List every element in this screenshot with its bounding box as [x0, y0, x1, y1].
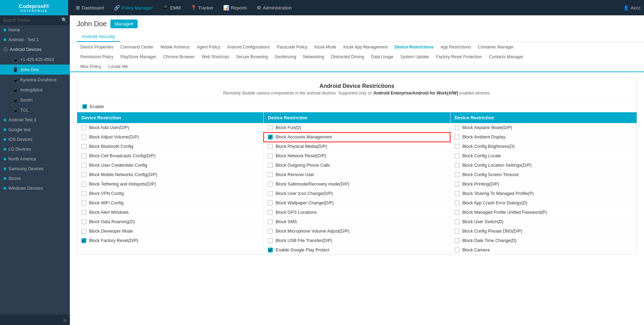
sidebar-item-android-devices[interactable]: + Android Devices — [0, 45, 70, 54]
block-config-location-checkbox[interactable] — [455, 163, 460, 168]
nav-administration[interactable]: ⚙ Administration — [253, 3, 296, 13]
sub-tab-distracted-driving[interactable]: Distracted Driving — [328, 52, 368, 62]
block-date-time-change-checkbox[interactable] — [455, 238, 460, 243]
sub-tab-misc-policy[interactable]: Misc Policy — [77, 62, 105, 71]
block-config-screen-timeout-checkbox[interactable] — [455, 172, 460, 177]
sub-tab-web-shortcuts[interactable]: Web Shortcuts — [198, 52, 232, 62]
sidebar-item-sonim[interactable]: 📱 Sonim — [0, 95, 70, 105]
sub-tab-container-manager[interactable]: Container Manager — [475, 42, 518, 52]
block-developer-mode-checkbox[interactable] — [81, 229, 86, 234]
block-network-reset-checkbox[interactable] — [268, 153, 273, 158]
sub-tab-device-restrictions[interactable]: Device Restrictions — [391, 42, 437, 52]
block-remove-user-checkbox[interactable] — [268, 172, 273, 177]
sidebar-item-stores[interactable]: Stores — [0, 174, 70, 183]
nav-tracker[interactable]: 📍 Tracker — [186, 3, 218, 13]
block-sharing-managed-profile-checkbox[interactable] — [455, 191, 460, 196]
sub-tab-passcode-policy[interactable]: Passcode Policy — [273, 42, 311, 52]
sidebar-item-ios-devices[interactable]: iOS Devices — [0, 135, 70, 144]
block-alert-windows-checkbox[interactable] — [81, 210, 86, 215]
block-ambient-display-checkbox[interactable] — [455, 135, 460, 139]
sidebar-item-google-test[interactable]: Google test — [0, 125, 70, 135]
sub-tab-kiosk-mode[interactable]: Kiosk Mode — [311, 42, 340, 52]
brand-logo[interactable]: Codeproof® ENTERPRISE — [0, 0, 68, 15]
enable-google-play-protect-checkbox[interactable] — [268, 248, 273, 252]
block-data-roaming-checkbox[interactable] — [81, 219, 86, 224]
block-usb-transfer-checkbox[interactable] — [268, 238, 273, 243]
collapse-icon[interactable]: ▶ — [64, 317, 67, 323]
sub-tab-agent-policy[interactable]: Agent Policy — [193, 42, 224, 52]
sidebar-item-home[interactable]: Home — [0, 25, 70, 35]
sub-tab-contacts-manager[interactable]: Contacts Manager — [485, 52, 527, 62]
block-user-credentials-checkbox[interactable] — [81, 163, 86, 168]
block-user-switch-checkbox[interactable] — [455, 219, 460, 224]
sub-tab-app-restrictions[interactable]: App Restrictions — [437, 42, 474, 52]
sidebar-item-john-doe[interactable]: 📱 John Doe — [0, 65, 70, 75]
block-gps-checkbox[interactable] — [268, 210, 273, 215]
sidebar-item-lg-devices[interactable]: LG Devices — [0, 144, 70, 154]
sub-tab-factory-reset-protection[interactable]: Factory Reset Protection — [432, 52, 485, 62]
block-outgoing-calls-checkbox[interactable] — [268, 163, 273, 168]
sidebar-item-android-test-1[interactable]: Android - Test 1 — [0, 35, 70, 45]
block-tethering-checkbox[interactable] — [81, 182, 86, 187]
block-mobile-networks-checkbox[interactable] — [81, 172, 86, 177]
block-user-icon-checkbox[interactable] — [268, 191, 273, 196]
tab-android-security[interactable]: Android Security — [77, 32, 120, 42]
sub-tab-system-update[interactable]: System Update — [397, 52, 432, 62]
block-fun-checkbox[interactable] — [268, 125, 273, 130]
block-wallpaper-checkbox[interactable] — [268, 201, 273, 205]
block-config-locale-checkbox[interactable] — [455, 153, 460, 158]
sidebar-item-tcl[interactable]: 📱 TCL — [0, 105, 70, 115]
block-vpn-config-checkbox[interactable] — [81, 191, 86, 196]
search-input[interactable] — [3, 18, 61, 23]
block-sms-checkbox[interactable] — [268, 219, 273, 224]
block-accounts-management-checkbox[interactable] — [268, 135, 273, 139]
sub-tab-kiosk-app-management[interactable]: Kiosk App Management — [340, 42, 391, 52]
sub-tab-device-properties[interactable]: Device Properties — [77, 42, 117, 52]
sub-tab-android-configurations[interactable]: Android Configurations — [224, 42, 273, 52]
sidebar-item-north-america[interactable]: North America — [0, 154, 70, 164]
sidebar-item-phone-1[interactable]: 📱 +1-425-625-4553 — [0, 54, 70, 65]
sub-tab-geofencing[interactable]: Geofencing — [271, 52, 300, 62]
nav-dashboard[interactable]: ⊞ Dashboard — [72, 3, 108, 13]
block-physical-media-checkbox[interactable] — [268, 144, 273, 149]
block-user-icon-label: Block User Icon Change(D/P) — [276, 191, 333, 196]
sidebar-item-kyocera[interactable]: 📱 Kyocera Duraforce — [0, 75, 70, 85]
block-cell-broadcasts-checkbox[interactable] — [81, 153, 86, 158]
manage-button[interactable]: Manage▾ — [110, 20, 138, 28]
block-printing-checkbox[interactable] — [455, 182, 460, 187]
account-menu[interactable]: 👤 Accc — [623, 5, 641, 10]
sidebar-item-windows-devices[interactable]: Windows Devices — [0, 183, 70, 193]
block-bluetooth-config-checkbox[interactable] — [81, 144, 86, 149]
search-icon[interactable]: 🔍 — [61, 17, 67, 23]
nav-reports[interactable]: 📊 Reports — [219, 3, 251, 13]
block-config-private-dns-checkbox[interactable] — [455, 229, 460, 234]
sub-tab-playstore-manager[interactable]: PlayStore Manager — [117, 52, 160, 62]
dot-icon — [3, 29, 6, 31]
list-item: Block Outgoing Phone Calls — [264, 161, 450, 170]
nav-policy-manager[interactable]: 🔗 Policy Manager — [110, 3, 157, 13]
sub-tab-mobile-antivirus[interactable]: Mobile Antivirus — [157, 42, 193, 52]
enable-checkbox[interactable] — [82, 104, 87, 109]
block-camera-checkbox[interactable] — [455, 248, 460, 252]
sub-tab-secure-browsing[interactable]: Secure Browsing — [233, 52, 271, 62]
nav-emm[interactable]: 📱 EMM — [158, 3, 185, 13]
block-add-user-checkbox[interactable] — [81, 125, 86, 130]
block-config-brightness-checkbox[interactable] — [455, 144, 460, 149]
block-adjust-volume-checkbox[interactable] — [81, 135, 86, 139]
sidebar-item-android-test-3[interactable]: Android Test 3 — [0, 115, 70, 125]
block-airplane-mode-checkbox[interactable] — [455, 125, 460, 130]
sidebar-item-samsung-devices[interactable]: Samsung Devices — [0, 164, 70, 174]
sub-tab-locate-me[interactable]: Locate Me — [105, 62, 131, 71]
block-wifi-config-checkbox[interactable] — [81, 201, 86, 205]
block-managed-profile-password-checkbox[interactable] — [455, 210, 460, 215]
block-app-crash-dialogs-checkbox[interactable] — [455, 201, 460, 205]
block-safemode-checkbox[interactable] — [268, 182, 273, 187]
block-factory-reset-checkbox[interactable] — [81, 238, 86, 243]
sub-tab-networking[interactable]: Networking — [300, 52, 328, 62]
sub-tab-data-usage[interactable]: Data Usage — [368, 52, 397, 62]
sub-tab-permission-policy[interactable]: Permission Policy — [77, 52, 117, 62]
sub-tab-chrome-browser[interactable]: Chrome Browser — [160, 52, 198, 62]
block-microphone-volume-checkbox[interactable] — [268, 229, 273, 234]
sidebar-item-motog4plus[interactable]: 📱 motog4plus — [0, 85, 70, 95]
sub-tab-command-center[interactable]: Command Center — [117, 42, 157, 52]
